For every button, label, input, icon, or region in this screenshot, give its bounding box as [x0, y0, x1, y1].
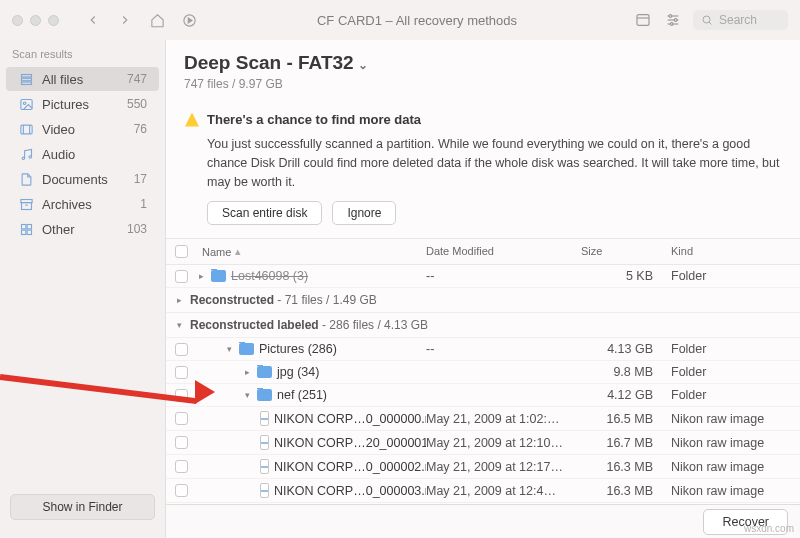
row-size: 4.12 GB [581, 388, 671, 402]
row-name: jpg (34) [277, 365, 319, 379]
disclosure-icon[interactable]: ▾ [242, 390, 252, 400]
table-row[interactable]: ▸jpg (34)9.8 MBFolder [166, 361, 800, 384]
file-icon [260, 435, 269, 450]
show-in-finder-button[interactable]: Show in Finder [10, 494, 155, 520]
file-icon [260, 459, 269, 474]
row-date: May 21, 2009 at 12:4… [426, 484, 581, 498]
sidebar-item-video[interactable]: Video76 [6, 117, 159, 141]
folder-icon [257, 389, 272, 401]
window-title: CF CARD1 – All recovery methods [209, 13, 625, 28]
svg-rect-15 [20, 99, 31, 109]
row-checkbox[interactable] [175, 484, 188, 497]
view-options-icon[interactable] [633, 10, 653, 30]
document-icon [18, 171, 34, 187]
minimize-dot[interactable] [30, 15, 41, 26]
row-checkbox[interactable] [175, 412, 188, 425]
row-name: Lost46098 (3) [231, 269, 308, 283]
sidebar-item-all-files[interactable]: All files747 [6, 67, 159, 91]
svg-point-9 [670, 23, 673, 26]
notice-body: You just successfully scanned a partitio… [207, 135, 781, 191]
sidebar-item-label: Pictures [42, 97, 119, 112]
back-button[interactable] [81, 8, 105, 32]
ignore-button[interactable]: Ignore [332, 201, 396, 225]
row-checkbox[interactable] [175, 436, 188, 449]
sidebar-item-other[interactable]: Other103 [6, 217, 159, 241]
disclosure-icon[interactable]: ▸ [196, 271, 206, 281]
table-row[interactable]: NIKON CORP…0_000002.nefMay 21, 2009 at 1… [166, 455, 800, 479]
row-size: 16.5 MB [581, 412, 671, 426]
col-name[interactable]: Name▴ [196, 245, 426, 258]
sidebar-item-label: Other [42, 222, 119, 237]
col-kind[interactable]: Kind [671, 245, 800, 258]
scan-summary: 747 files / 9.97 GB [184, 77, 782, 91]
disclosure-icon[interactable]: ▸ [174, 295, 184, 305]
sidebar-item-audio[interactable]: Audio [6, 142, 159, 166]
row-size: 4.13 GB [581, 342, 671, 356]
sidebar-item-count: 747 [127, 72, 147, 86]
col-size[interactable]: Size [581, 245, 671, 258]
notice-banner: There's a chance to find more data You j… [180, 105, 786, 232]
group-row[interactable]: ▸Lost46098 (3)--5 KBFolder [166, 265, 800, 288]
table-row[interactable]: ▾Pictures (286)--4.13 GBFolder [166, 338, 800, 361]
row-checkbox[interactable] [175, 366, 188, 379]
col-date[interactable]: Date Modified [426, 245, 581, 258]
svg-point-20 [22, 157, 25, 160]
forward-button[interactable] [113, 8, 137, 32]
svg-point-7 [669, 15, 672, 18]
sidebar-item-count: 76 [134, 122, 147, 136]
svg-point-10 [703, 16, 710, 23]
row-size: 16.3 MB [581, 460, 671, 474]
row-kind: Nikon raw image [671, 436, 800, 450]
row-name: nef (251) [277, 388, 327, 402]
sidebar-item-label: Video [42, 122, 126, 137]
search-placeholder: Search [719, 13, 757, 27]
row-date: May 21, 2009 at 12:17… [426, 460, 581, 474]
disclosure-icon[interactable]: ▾ [224, 344, 234, 354]
notice-title: There's a chance to find more data [207, 112, 421, 127]
chevron-down-icon: ⌄ [358, 58, 368, 72]
titlebar: CF CARD1 – All recovery methods Search [0, 0, 800, 40]
table-row[interactable]: NIKON CORP…20_000001.nefMay 21, 2009 at … [166, 431, 800, 455]
disclosure-icon[interactable]: ▸ [242, 367, 252, 377]
row-name: NIKON CORP…0_000003.nef [274, 484, 426, 498]
row-checkbox[interactable] [175, 389, 188, 402]
group-header[interactable]: ▸Reconstructed - 71 files / 1.49 GB [166, 288, 800, 313]
sidebar: Scan results All files747Pictures550Vide… [0, 40, 165, 538]
row-size: 16.3 MB [581, 484, 671, 498]
scan-title[interactable]: Deep Scan - FAT32⌄ [184, 52, 368, 74]
svg-rect-13 [21, 78, 31, 81]
search-input[interactable]: Search [693, 10, 788, 30]
select-all-checkbox[interactable] [175, 245, 188, 258]
row-kind: Nikon raw image [671, 460, 800, 474]
folder-icon [239, 343, 254, 355]
home-button[interactable] [145, 8, 169, 32]
disclosure-icon[interactable]: ▾ [174, 320, 184, 330]
sidebar-item-pictures[interactable]: Pictures550 [6, 92, 159, 116]
resume-scan-button[interactable] [177, 8, 201, 32]
row-date: May 21, 2009 at 1:02:… [426, 412, 581, 426]
filter-icon[interactable] [663, 10, 683, 30]
row-kind: Nikon raw image [671, 412, 800, 426]
table-row[interactable]: NIKON CORP…0_000003.nefMay 21, 2009 at 1… [166, 479, 800, 503]
group-header[interactable]: ▾Reconstructed labeled - 286 files / 4.1… [166, 313, 800, 338]
watermark: wsxdn.com [744, 523, 794, 534]
column-headers: Name▴ Date Modified Size Kind [166, 238, 800, 265]
svg-rect-12 [21, 74, 31, 77]
sidebar-item-archives[interactable]: Archives1 [6, 192, 159, 216]
sidebar-item-documents[interactable]: Documents17 [6, 167, 159, 191]
row-kind: Folder [671, 269, 800, 283]
table-row[interactable]: ▾nef (251)4.12 GBFolder [166, 384, 800, 407]
warning-icon [185, 113, 199, 127]
row-kind: Folder [671, 342, 800, 356]
svg-point-8 [674, 19, 677, 22]
row-checkbox[interactable] [175, 460, 188, 473]
row-checkbox[interactable] [175, 270, 188, 283]
table-row[interactable]: NIKON CORP…0_000000.nefMay 21, 2009 at 1… [166, 407, 800, 431]
sort-asc-icon: ▴ [235, 245, 241, 258]
zoom-dot[interactable] [48, 15, 59, 26]
sidebar-item-count: 1 [140, 197, 147, 211]
row-size: 5 KB [581, 269, 671, 283]
close-dot[interactable] [12, 15, 23, 26]
scan-entire-disk-button[interactable]: Scan entire disk [207, 201, 322, 225]
row-checkbox[interactable] [175, 343, 188, 356]
